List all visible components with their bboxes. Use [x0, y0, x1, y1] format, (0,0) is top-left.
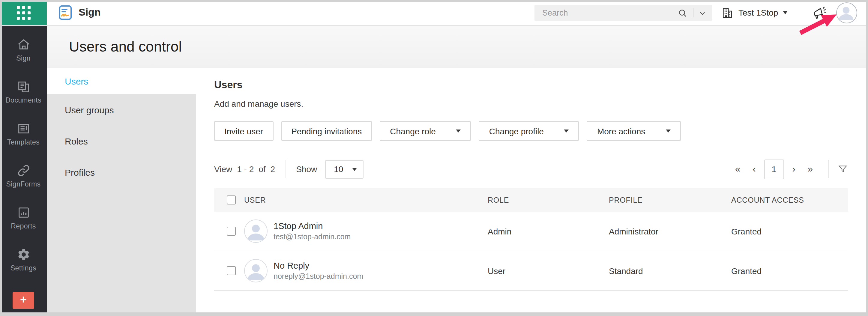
page-header: Users and control — [47, 25, 868, 68]
search-scope-chevron-down-icon[interactable] — [699, 9, 712, 17]
subnav-item-profiles[interactable]: Profiles — [47, 157, 196, 188]
brand: Sign — [58, 0, 101, 25]
avatar — [244, 219, 268, 243]
user-name: 1Stop Admin — [274, 221, 351, 231]
user-account-access: Granted — [731, 226, 848, 236]
user-email: noreply@1stop-admin.com — [274, 272, 363, 281]
product-name: Sign — [79, 7, 101, 19]
filter-button[interactable] — [837, 164, 848, 175]
invite-user-button[interactable]: Invite user — [214, 121, 273, 141]
org-selector[interactable]: Test 1Stop — [721, 0, 787, 25]
main-content: Users Add and manage users. Invite user … — [196, 68, 868, 316]
user-name: No Reply — [274, 261, 363, 271]
link-icon — [17, 164, 30, 178]
sidebar: Sign Documents Templates SignForms — [0, 25, 47, 316]
search-icon[interactable] — [678, 8, 687, 18]
view-range-text: View 1 - 2 of 2 — [214, 164, 275, 174]
pending-invitations-button[interactable]: Pending invitations — [281, 121, 372, 141]
user-avatar[interactable] — [836, 2, 857, 23]
sidebar-item-settings[interactable]: Settings — [0, 239, 47, 281]
add-new-button[interactable]: + — [12, 292, 34, 309]
caret-down-icon — [783, 11, 787, 14]
avatar — [244, 259, 268, 282]
column-header-profile: PROFILE — [609, 196, 731, 204]
sidebar-item-reports[interactable]: Reports — [0, 197, 47, 239]
sidebar-item-documents[interactable]: Documents — [0, 71, 47, 113]
row-checkbox[interactable] — [227, 227, 236, 235]
zoho-sign-logo-icon — [58, 5, 73, 21]
home-icon — [17, 38, 30, 52]
apps-grid-icon — [17, 6, 30, 20]
sidebar-item-templates[interactable]: Templates — [0, 113, 47, 155]
select-all-checkbox[interactable] — [227, 195, 236, 204]
column-header-user: USER — [244, 196, 488, 204]
filter-funnel-icon — [837, 164, 848, 175]
column-header-account-access: ACCOUNT ACCESS — [731, 196, 848, 204]
last-page-button[interactable]: » — [801, 164, 819, 175]
settings-subnav: Users User groups Roles Profiles — [47, 68, 196, 316]
subnav-item-roles[interactable]: Roles — [47, 125, 196, 157]
column-header-role: ROLE — [488, 196, 609, 204]
caret-down-icon — [352, 167, 356, 170]
change-role-dropdown[interactable]: Change role — [380, 121, 471, 141]
divider — [829, 160, 829, 178]
table-header-row: USER ROLE PROFILE ACCOUNT ACCESS — [214, 188, 848, 212]
subnav-item-users[interactable]: Users — [47, 68, 196, 94]
more-actions-dropdown[interactable]: More actions — [587, 121, 681, 141]
reports-icon — [17, 206, 30, 219]
user-account-access: Granted — [731, 266, 848, 276]
page-size-select[interactable]: 10 — [325, 160, 363, 179]
app-launcher-button[interactable] — [0, 0, 47, 25]
top-bar: Sign Test 1Stop — [0, 0, 868, 26]
section-heading: Users — [214, 79, 848, 91]
show-label: Show — [296, 164, 317, 174]
subnav-item-user-groups[interactable]: User groups — [47, 94, 196, 125]
row-checkbox[interactable] — [227, 266, 236, 275]
org-name: Test 1Stop — [738, 8, 778, 18]
user-profile: Administrator — [609, 226, 731, 236]
search-divider — [693, 8, 693, 18]
templates-icon — [17, 122, 30, 135]
gear-icon — [17, 248, 30, 261]
app-window: Sign Test 1Stop — [0, 0, 868, 316]
sidebar-item-signforms[interactable]: SignForms — [0, 155, 47, 197]
user-actions-toolbar: Invite user Pending invitations Change r… — [214, 121, 848, 141]
table-row[interactable]: No Reply noreply@1stop-admin.com User St… — [214, 251, 848, 291]
building-icon — [721, 6, 734, 19]
divider — [285, 160, 286, 178]
search-box — [534, 5, 712, 21]
change-profile-dropdown[interactable]: Change profile — [479, 121, 579, 141]
prev-page-button[interactable]: ‹ — [747, 164, 762, 175]
caret-down-icon — [456, 129, 461, 132]
first-page-button[interactable]: « — [729, 164, 747, 175]
user-role: Admin — [488, 226, 609, 236]
person-silhouette-icon — [245, 260, 267, 282]
caret-down-icon — [665, 129, 670, 132]
sidebar-item-sign[interactable]: Sign — [0, 29, 47, 71]
next-page-button[interactable]: › — [786, 164, 802, 175]
users-table: USER ROLE PROFILE ACCOUNT ACCESS 1Stop A… — [214, 188, 848, 291]
documents-icon — [17, 80, 30, 94]
user-email: test@1stop-admin.com — [274, 233, 351, 241]
megaphone-icon — [812, 5, 827, 21]
current-page-indicator: 1 — [764, 159, 784, 179]
page-title: Users and control — [47, 25, 868, 55]
section-description: Add and manage users. — [214, 99, 848, 108]
user-role: User — [488, 266, 609, 276]
table-row[interactable]: 1Stop Admin test@1stop-admin.com Admin A… — [214, 212, 848, 251]
person-silhouette-icon — [245, 220, 267, 242]
announcements-button[interactable] — [811, 5, 827, 21]
person-silhouette-icon — [837, 3, 856, 22]
search-input[interactable] — [534, 8, 678, 18]
caret-down-icon — [564, 129, 569, 132]
user-profile: Standard — [609, 266, 731, 276]
list-controls: View 1 - 2 of 2 Show 10 « ‹ 1 › » — [214, 159, 848, 179]
